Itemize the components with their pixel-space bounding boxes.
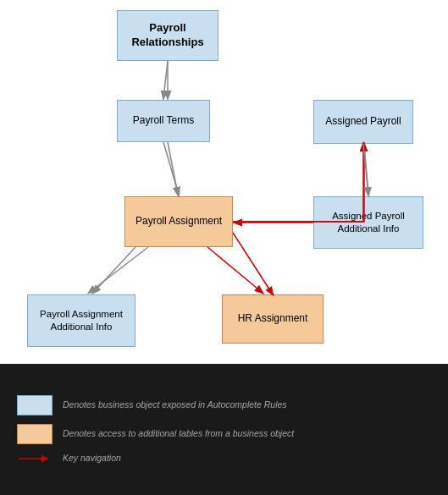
legend-area: Denotes business object exposed in Autoc…: [0, 364, 448, 495]
assigned-payroll-box: Assigned Payroll: [313, 100, 413, 144]
legend-row-blue: Denotes business object exposed in Autoc…: [17, 395, 431, 415]
legend-arrow-icon: [17, 453, 53, 465]
legend-row-arrow: Key navigation: [17, 453, 431, 465]
legend-blue-box: [17, 395, 53, 415]
legend-blue-text: Denotes business object exposed in Autoc…: [63, 399, 287, 411]
payroll-assignment-box: Payroll Assignment: [124, 196, 233, 247]
payroll-assignment-additional-info-box: Payroll Assignment Additional Info: [27, 294, 136, 347]
legend-orange-text: Denotes access to additional tables from…: [63, 428, 294, 440]
diagram-area: Payroll Relationships Payroll Terms Assi…: [0, 0, 448, 364]
assigned-payroll-additional-info-box: Assigned Payroll Additional Info: [313, 196, 423, 249]
legend-orange-box: [17, 424, 53, 444]
svg-line-1: [168, 142, 178, 195]
payroll-relationships-box: Payroll Relationships: [117, 10, 218, 61]
hr-assignment-box: HR Assignment: [222, 294, 324, 344]
svg-line-4: [364, 144, 368, 195]
svg-line-3: [233, 233, 273, 294]
payroll-terms-box: Payroll Terms: [117, 100, 210, 142]
svg-line-2: [93, 247, 136, 293]
legend-row-orange: Denotes access to additional tables from…: [17, 424, 431, 444]
legend-arrow-text: Key navigation: [63, 453, 121, 465]
